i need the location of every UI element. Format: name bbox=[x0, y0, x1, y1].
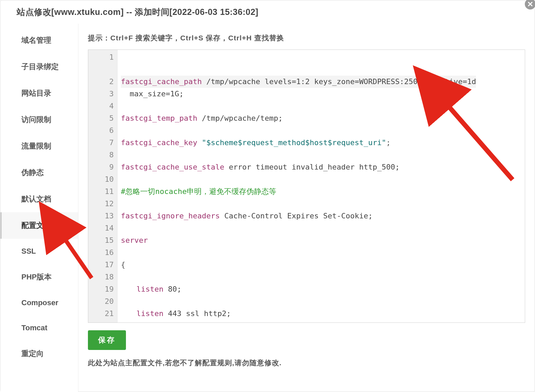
line-number: 3 bbox=[94, 88, 114, 100]
sidebar-item-3[interactable]: 访问限制 bbox=[0, 106, 78, 133]
line-number: 12 bbox=[94, 198, 114, 210]
sidebar-item-10[interactable]: Composer bbox=[0, 290, 78, 315]
line-number: 19 bbox=[94, 283, 114, 295]
line-number: 8 bbox=[94, 149, 114, 161]
sidebar-item-12[interactable]: 重定向 bbox=[0, 340, 78, 367]
code-area[interactable]: fastcgi_cache_path /tmp/wpcache levels=1… bbox=[117, 50, 525, 323]
line-number: 9 bbox=[94, 161, 114, 173]
sidebar-item-1[interactable]: 子目录绑定 bbox=[0, 54, 78, 80]
sidebar: 域名管理子目录绑定网站目录访问限制流量限制伪静态默认文档配置文件SSLPHP版本… bbox=[0, 24, 78, 392]
line-number: 13 bbox=[94, 210, 114, 222]
line-number: 4 bbox=[94, 100, 114, 112]
line-number: 5 bbox=[94, 112, 114, 124]
content-pane: 提示：Ctrl+F 搜索关键字，Ctrl+S 保存，Ctrl+H 查找替换 1.… bbox=[78, 24, 535, 392]
sidebar-item-7[interactable]: 配置文件 bbox=[0, 212, 78, 239]
line-number: 2 bbox=[94, 76, 114, 88]
line-number: 17 bbox=[94, 259, 114, 271]
tip-text: 提示：Ctrl+F 搜索关键字，Ctrl+S 保存，Ctrl+H 查找替换 bbox=[88, 33, 525, 43]
line-number: 14 bbox=[94, 222, 114, 234]
line-number: 20 bbox=[94, 295, 114, 308]
line-number: 11 bbox=[94, 185, 114, 198]
sidebar-item-6[interactable]: 默认文档 bbox=[0, 186, 78, 212]
sidebar-item-5[interactable]: 伪静态 bbox=[0, 159, 78, 186]
line-number: 21 bbox=[94, 308, 114, 320]
sidebar-item-2[interactable]: 网站目录 bbox=[0, 80, 78, 106]
modal: 站点修改[www.xtuku.com] -- 添加时间[2022-06-03 1… bbox=[0, 0, 535, 392]
page-title: 站点修改[www.xtuku.com] -- 添加时间[2022-06-03 1… bbox=[0, 0, 535, 24]
sidebar-item-4[interactable]: 流量限制 bbox=[0, 133, 78, 159]
sidebar-item-9[interactable]: PHP版本 bbox=[0, 264, 78, 290]
save-button[interactable]: 保存 bbox=[88, 330, 126, 350]
line-number: 10 bbox=[94, 173, 114, 185]
line-number: 6 bbox=[94, 124, 114, 137]
line-number: 18 bbox=[94, 271, 114, 283]
sidebar-item-0[interactable]: 域名管理 bbox=[0, 27, 78, 54]
line-number: 7 bbox=[94, 137, 114, 149]
sidebar-item-11[interactable]: Tomcat bbox=[0, 315, 78, 340]
config-editor[interactable]: 1.23456789101112131415161718192021 fastc… bbox=[88, 50, 525, 323]
sidebar-item-8[interactable]: SSL bbox=[0, 239, 78, 264]
line-number: 15 bbox=[94, 234, 114, 247]
line-gutter: 1.23456789101112131415161718192021 bbox=[88, 50, 117, 323]
warning-text: 此处为站点主配置文件,若您不了解配置规则,请勿随意修改. bbox=[88, 358, 525, 368]
line-number: 1 bbox=[94, 51, 114, 63]
line-number: 16 bbox=[94, 247, 114, 259]
